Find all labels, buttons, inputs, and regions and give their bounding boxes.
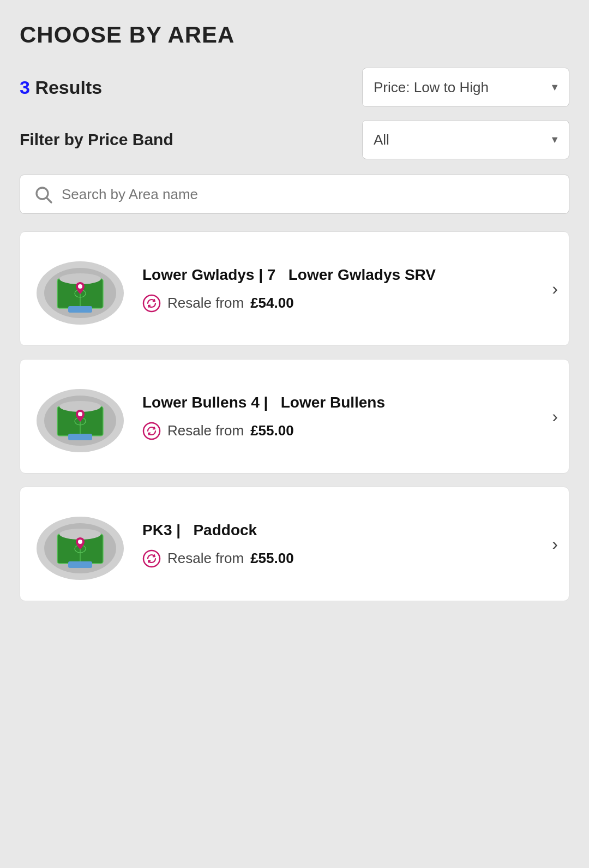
area-card[interactable]: PK3 | Paddock Resale from £55.00 › [20,487,569,601]
svg-point-21 [143,423,160,439]
card-section-name: Lower Gwladys | 7 Lower Gwladys SRV [142,265,558,285]
svg-point-11 [143,295,160,312]
filter-wrapper: All Price Band A Price Band B Price Band… [362,120,569,159]
card-section-name: Lower Bullens 4 | Lower Bullens [142,392,558,413]
search-box [20,175,569,214]
resale-price: £55.00 [250,550,294,567]
stadium-thumbnail [31,373,129,460]
resale-row: Resale from £54.00 [142,294,558,313]
resale-label: Resale from [167,295,244,312]
card-content: Lower Gwladys | 7 Lower Gwladys SRV Resa… [142,265,558,313]
sort-select[interactable]: Price: Low to High Price: High to Low Re… [362,68,569,107]
area-card[interactable]: Lower Bullens 4 | Lower Bullens Resale f… [20,359,569,474]
card-content: PK3 | Paddock Resale from £55.00 [142,520,558,568]
page-title: CHOOSE BY AREA [20,22,569,48]
resale-label: Resale from [167,550,244,567]
card-content: Lower Bullens 4 | Lower Bullens Resale f… [142,392,558,440]
top-row: 3 Results Price: Low to High Price: High… [20,68,569,107]
sort-wrapper: Price: Low to High Price: High to Low Re… [362,68,569,107]
svg-point-31 [143,550,160,567]
svg-rect-19 [68,434,92,440]
svg-point-10 [78,284,82,289]
svg-point-20 [78,412,82,416]
svg-line-1 [47,198,51,202]
card-section-name: PK3 | Paddock [142,520,558,541]
filter-row: Filter by Price Band All Price Band A Pr… [20,120,569,159]
svg-rect-9 [68,306,92,313]
results-number: 3 [20,77,30,98]
resale-row: Resale from £55.00 [142,422,558,440]
chevron-right-icon: › [552,534,558,554]
filter-label: Filter by Price Band [20,130,173,149]
cards-container: Lower Gwladys | 7 Lower Gwladys SRV Resa… [20,231,569,601]
resale-price: £54.00 [250,295,294,312]
resale-row: Resale from £55.00 [142,549,558,568]
card-title-row: Lower Bullens 4 | Lower Bullens [142,392,558,413]
chevron-right-icon: › [552,279,558,299]
stadium-thumbnail [31,245,129,332]
search-input[interactable] [62,186,556,203]
card-title-row: Lower Gwladys | 7 Lower Gwladys SRV [142,265,558,285]
search-icon [33,184,53,204]
svg-point-30 [78,540,82,544]
area-card[interactable]: Lower Gwladys | 7 Lower Gwladys SRV Resa… [20,231,569,346]
filter-select[interactable]: All Price Band A Price Band B Price Band… [362,120,569,159]
card-title-row: PK3 | Paddock [142,520,558,541]
results-label: Results [35,77,102,98]
chevron-right-icon: › [552,406,558,427]
results-count: 3 Results [20,77,102,98]
resale-price: £55.00 [250,422,294,439]
stadium-thumbnail [31,500,129,588]
svg-rect-29 [68,561,92,568]
resale-label: Resale from [167,422,244,439]
